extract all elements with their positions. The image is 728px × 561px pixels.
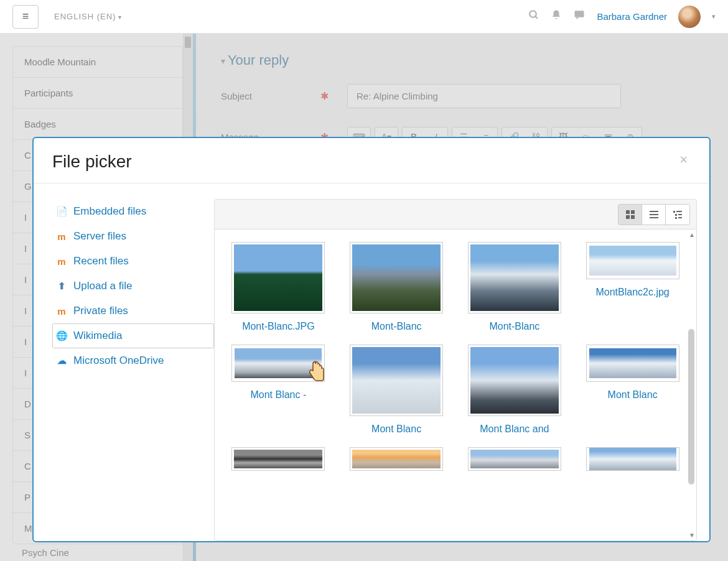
svg-rect-12 [675, 214, 677, 216]
svg-rect-4 [631, 210, 635, 214]
file-name: Mont-Blanc.JPG [242, 321, 314, 332]
repo-item-microsoft-onedrive[interactable]: ☁Microsoft OneDrive [52, 348, 214, 373]
file-thumbnail [468, 242, 561, 313]
file-thumbnail [468, 447, 561, 471]
repo-label: Upload a file [73, 280, 133, 292]
file-item[interactable] [224, 447, 333, 478]
modal-title: File picker [52, 152, 132, 172]
file-thumbnail [231, 242, 325, 313]
file-name: Mont-Blanc [371, 321, 422, 332]
scrollbar-thumb[interactable] [688, 329, 694, 484]
svg-rect-2 [575, 11, 584, 17]
repo-item-server-files[interactable]: mServer files [52, 224, 214, 249]
file-panel: ▲ Mont-Blanc.JPGMont-BlancMont-BlancMont… [214, 199, 697, 541]
repo-item-private-files[interactable]: mPrivate files [52, 299, 214, 323]
file-item[interactable]: Mont Blanc - [224, 345, 333, 435]
scroll-down-icon[interactable]: ▼ [689, 532, 695, 539]
file-item[interactable] [460, 447, 569, 478]
file-name: Mont Blanc [371, 424, 421, 435]
search-icon[interactable] [528, 9, 539, 24]
repo-icon: m [56, 256, 67, 267]
avatar[interactable] [678, 6, 701, 28]
file-thumbnail [586, 447, 679, 471]
file-thumbnail [231, 447, 325, 471]
repo-item-recent-files[interactable]: mRecent files [52, 249, 214, 274]
svg-rect-11 [676, 211, 682, 212]
file-item[interactable] [578, 447, 687, 478]
file-thumbnail [350, 242, 443, 313]
repo-icon: 📄 [56, 206, 67, 217]
view-switcher [618, 204, 690, 225]
scroll-up-icon[interactable]: ▲ [689, 231, 695, 238]
svg-rect-13 [678, 214, 682, 215]
repo-label: Embedded files [73, 205, 146, 218]
view-grid-icon[interactable] [618, 205, 642, 225]
svg-rect-14 [675, 217, 677, 219]
username-link[interactable]: Barbara Gardner [597, 11, 667, 22]
repo-icon: 🌐 [56, 330, 67, 341]
file-item[interactable]: Mont Blanc and [460, 345, 569, 435]
repo-label: Server files [73, 230, 126, 243]
svg-line-1 [536, 16, 538, 19]
file-thumbnail [350, 447, 443, 471]
svg-rect-15 [678, 217, 682, 218]
messages-icon[interactable] [573, 9, 586, 24]
file-item[interactable]: MontBlanc2c.jpg [578, 242, 687, 332]
repo-icon: m [56, 305, 67, 317]
file-item[interactable]: Mont Blanc [578, 345, 687, 435]
repo-label: Microsoft OneDrive [73, 355, 164, 367]
bell-icon[interactable] [551, 9, 562, 24]
file-item[interactable] [342, 447, 451, 478]
repo-icon: ⬆ [56, 280, 67, 292]
repo-label: Wikimedia [73, 330, 122, 342]
file-thumbnail [468, 345, 561, 416]
file-name: Mont Blanc and [480, 424, 549, 435]
file-thumbnail [350, 345, 443, 416]
file-item[interactable]: Mont-Blanc [460, 242, 569, 332]
svg-rect-7 [650, 211, 658, 212]
repo-label: Private files [73, 305, 128, 317]
file-picker-modal: File picker × 📄Embedded filesmServer fil… [32, 137, 711, 542]
file-thumbnail [231, 345, 325, 382]
repo-label: Recent files [73, 255, 129, 267]
svg-rect-8 [650, 214, 658, 215]
topbar: ≡ ENGLISH (EN) Barbara Gardner ▾ [0, 0, 728, 34]
view-tree-icon[interactable] [666, 205, 689, 225]
repo-item-embedded-files[interactable]: 📄Embedded files [52, 199, 214, 224]
file-thumbnail [586, 345, 679, 382]
view-list-icon[interactable] [642, 205, 666, 225]
svg-rect-9 [650, 217, 658, 218]
repo-icon: m [56, 231, 67, 242]
repo-item-upload-a-file[interactable]: ⬆Upload a file [52, 274, 214, 299]
repo-icon: ☁ [56, 355, 67, 366]
file-item[interactable]: Mont Blanc [342, 345, 451, 435]
file-name: Mont Blanc [608, 389, 658, 401]
svg-rect-3 [626, 210, 630, 214]
svg-rect-10 [673, 211, 675, 213]
file-item[interactable]: Mont-Blanc [342, 242, 451, 332]
file-item[interactable]: Mont-Blanc.JPG [224, 242, 333, 332]
language-selector[interactable]: ENGLISH (EN) [54, 12, 122, 21]
user-menu-caret[interactable]: ▾ [712, 12, 716, 21]
repo-item-wikimedia[interactable]: 🌐Wikimedia [52, 323, 214, 348]
file-thumbnail [586, 242, 679, 279]
svg-rect-6 [631, 215, 635, 219]
repository-list: 📄Embedded filesmServer filesmRecent file… [52, 199, 214, 541]
svg-point-0 [530, 11, 537, 17]
close-icon[interactable]: × [676, 152, 691, 172]
file-name: Mont-Blanc [489, 321, 539, 332]
file-name: MontBlanc2c.jpg [595, 287, 669, 298]
file-name: Mont Blanc - [250, 389, 306, 401]
hamburger-button[interactable]: ≡ [12, 5, 39, 29]
svg-rect-5 [626, 215, 630, 219]
